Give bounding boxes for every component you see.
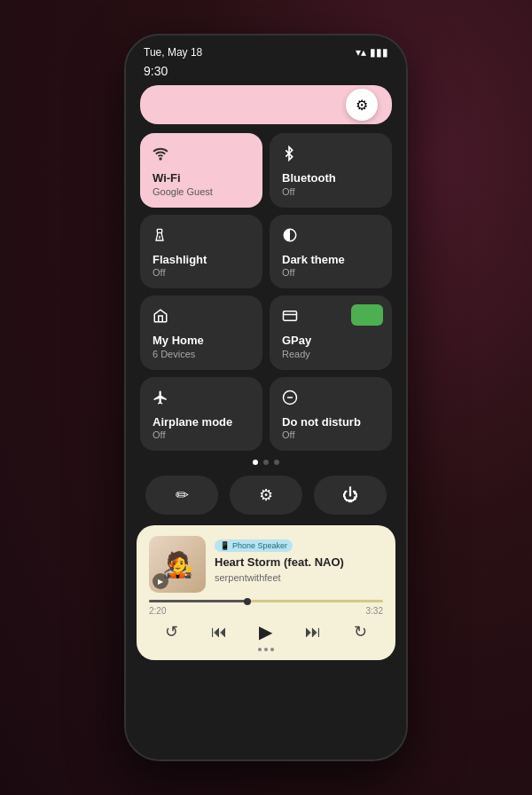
tile-flashlight-subtitle: Off — [153, 267, 250, 278]
settings-icon: ⚙ — [356, 97, 368, 114]
tile-darktheme-title: Dark theme — [282, 253, 379, 267]
total-time: 3:32 — [366, 606, 383, 616]
progress-bar-container[interactable] — [149, 600, 383, 602]
progress-thumb — [244, 598, 251, 605]
tile-gpay-subtitle: Ready — [282, 349, 379, 359]
status-icons: ▾▴ ▮▮▮ — [356, 46, 388, 59]
tile-myhome-title: My Home — [153, 334, 250, 348]
signal-bars-icon: ▮▮▮ — [370, 46, 388, 59]
donotdisturb-icon — [282, 390, 379, 410]
power-icon: ⏻ — [342, 486, 358, 505]
status-bar: Tue, May 18 ▾▴ ▮▮▮ — [126, 35, 406, 62]
time-row: 2:20 3:32 — [149, 606, 383, 616]
tiles-grid: Wi-FiGoogle GuestBluetoothOffFlashlightO… — [126, 133, 406, 451]
tile-myhome[interactable]: My Home6 Devices — [140, 295, 262, 370]
tile-wifi[interactable]: Wi-FiGoogle Guest — [140, 133, 262, 208]
next-button[interactable]: ⏭ — [305, 623, 321, 642]
wifi-signal-icon: ▾▴ — [356, 46, 366, 59]
bluetooth-icon — [282, 146, 379, 166]
music-controls: ↺ ⏮ ▶ ⏭ ↻ — [149, 621, 383, 642]
settings-button[interactable]: ⚙ — [230, 476, 302, 515]
tile-donotdisturb-subtitle: Off — [282, 429, 379, 440]
music-dot-1 — [258, 648, 262, 651]
svg-point-0 — [160, 158, 161, 160]
forward-button[interactable]: ↻ — [354, 622, 367, 642]
music-info: 📱 Phone Speaker Heart Storm (feat. NAO) … — [215, 536, 383, 583]
phone-speaker-badge: 📱 Phone Speaker — [215, 539, 293, 552]
tile-myhome-subtitle: 6 Devices — [153, 349, 250, 359]
brightness-thumb[interactable]: ⚙ — [346, 89, 378, 121]
action-bar: ✏ ⚙ ⏻ — [126, 472, 406, 522]
tile-donotdisturb-title: Do not disturb — [282, 415, 379, 429]
music-title: Heart Storm (feat. NAO) — [215, 555, 383, 571]
tile-bluetooth-title: Bluetooth — [282, 171, 379, 185]
tile-airplanemode-subtitle: Off — [153, 429, 250, 440]
brightness-slider[interactable]: ⚙ — [140, 85, 392, 124]
tile-wifi-subtitle: Google Guest — [153, 186, 250, 197]
flashlight-icon — [153, 227, 250, 248]
dot-active — [253, 460, 258, 465]
edit-button[interactable]: ✏ — [145, 476, 218, 515]
tile-flashlight-title: Flashlight — [153, 253, 250, 267]
tile-gpay-title: GPay — [282, 334, 379, 348]
darktheme-icon — [282, 227, 379, 248]
svg-rect-1 — [157, 229, 161, 232]
airplanemode-icon — [153, 390, 250, 410]
dot-inactive-1 — [263, 460, 269, 465]
tile-gpay[interactable]: GPayReady — [270, 295, 392, 370]
wifi-icon — [153, 146, 250, 166]
tile-airplanemode-title: Airplane mode — [153, 415, 250, 429]
tile-darktheme[interactable]: Dark themeOff — [270, 215, 392, 289]
status-time: 9:30 — [144, 64, 168, 78]
album-art: 🧑‍🎤 ▶ — [149, 536, 206, 593]
music-dot-2 — [264, 648, 268, 651]
tile-donotdisturb[interactable]: Do not disturbOff — [270, 377, 392, 452]
brightness-container: ⚙ — [126, 85, 406, 133]
progress-bar-track — [149, 600, 383, 602]
phone-speaker-icon: 📱 — [220, 541, 230, 550]
status-date: Tue, May 18 — [144, 46, 202, 59]
tile-bluetooth[interactable]: BluetoothOff — [270, 133, 392, 208]
music-dots — [149, 648, 383, 651]
music-player: 🧑‍🎤 ▶ 📱 Phone Speaker Heart Storm (feat.… — [137, 525, 395, 660]
tile-flashlight[interactable]: FlashlightOff — [140, 215, 262, 289]
music-dot-3 — [270, 648, 274, 651]
gear-icon: ⚙ — [259, 485, 273, 505]
status-time-row: 9:30 — [126, 62, 406, 85]
gpay-green-indicator — [351, 304, 383, 326]
pagination-dots — [126, 451, 406, 472]
tile-darktheme-subtitle: Off — [282, 267, 379, 278]
current-time: 2:20 — [149, 606, 166, 616]
progress-bar-fill — [149, 600, 247, 602]
power-button[interactable]: ⏻ — [314, 476, 387, 515]
prev-button[interactable]: ⏮ — [211, 623, 227, 642]
svg-rect-3 — [284, 311, 297, 321]
phone-screen: Tue, May 18 ▾▴ ▮▮▮ 9:30 ⚙ Wi-FiGoogle Gu… — [126, 35, 406, 760]
phone-device: Tue, May 18 ▾▴ ▮▮▮ 9:30 ⚙ Wi-FiGoogle Gu… — [124, 34, 408, 761]
music-artist: serpentwithfeet — [215, 572, 383, 583]
replay-button[interactable]: ↺ — [165, 622, 178, 642]
tile-airplanemode[interactable]: Airplane modeOff — [140, 377, 262, 452]
music-top: 🧑‍🎤 ▶ 📱 Phone Speaker Heart Storm (feat.… — [149, 536, 383, 593]
play-button[interactable]: ▶ — [259, 621, 272, 642]
album-play-icon: ▶ — [153, 573, 168, 589]
phone-speaker-label: Phone Speaker — [232, 541, 287, 550]
tile-wifi-title: Wi-Fi — [153, 171, 250, 185]
edit-icon: ✏ — [176, 485, 189, 505]
myhome-icon — [153, 308, 250, 328]
dot-inactive-2 — [274, 460, 279, 465]
tile-bluetooth-subtitle: Off — [282, 186, 379, 197]
